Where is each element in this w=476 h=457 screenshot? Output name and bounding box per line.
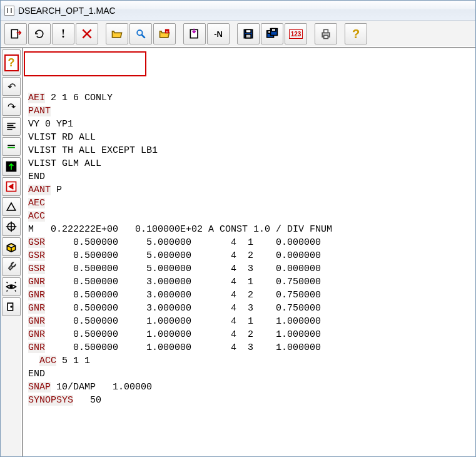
content-area: ?↶↷ AEI 2 1 6 CONLYPANTVY 0 YP1VLIST RD … [1,48,475,456]
code-line[interactable]: AEI 2 1 6 CONLY [28,91,470,105]
search-icon[interactable] [129,23,152,44]
code-line[interactable]: GNR 0.500000 3.000000 4 1 0.750000 [28,275,470,289]
code-line[interactable]: VLIST GLM ALL [28,157,470,170]
code-line[interactable]: ACC 5 1 1 [28,354,470,367]
code-line[interactable]: AEC [28,197,470,210]
svg-rect-5 [246,34,251,38]
code-line[interactable]: VLIST RD ALL [28,131,470,144]
up-arrow-icon[interactable] [2,157,21,176]
back-icon[interactable] [2,177,21,196]
export-icon[interactable] [4,23,27,44]
svg-rect-12 [324,36,328,39]
code-line[interactable]: GSR 0.500000 5.000000 4 1 0.000000 [28,236,470,249]
code-line[interactable]: PANT [28,105,470,118]
box-icon[interactable] [2,237,21,256]
code-line[interactable]: SNAP 10/DAMP 1.00000 [28,381,470,394]
save-icon[interactable] [237,23,260,44]
import-icon[interactable] [183,23,206,44]
code-line[interactable]: END [28,367,470,381]
delta-icon[interactable] [2,197,21,216]
app-window: DSEARCH_OPT_1.MAC !-N123? ?↶↷ AEI 2 1 6 … [0,0,476,457]
code-line[interactable]: VY 0 YP1 [28,118,470,131]
undo-icon[interactable]: ↶ [2,77,21,96]
svg-point-16 [10,285,12,287]
code-line[interactable]: GSR 0.500000 5.000000 4 2 0.000000 [28,249,470,262]
main-toolbar: !-N123? [1,21,475,48]
code-line[interactable]: M 0.222222E+00 0.100000E+02 A CONST 1.0 … [28,223,470,236]
dash-n-icon[interactable]: -N [207,23,230,44]
svg-point-18 [11,306,12,307]
code-line[interactable]: AANT P [28,183,470,197]
app-icon [4,6,14,16]
code-line[interactable]: GNR 0.500000 3.000000 4 3 0.750000 [28,302,470,315]
code-line[interactable]: GNR 0.500000 3.000000 4 2 0.750000 [28,289,470,302]
wrench-icon[interactable] [2,257,21,276]
delete-icon[interactable] [76,23,98,44]
side-toolbar: ?↶↷ [1,48,23,456]
code-line[interactable]: VLIST TH ALL EXCEPT LB1 [28,144,470,157]
code-line[interactable]: END [28,170,470,183]
code-line[interactable]: GSR 0.500000 5.000000 4 3 0.000000 [28,262,470,275]
svg-rect-9 [271,29,276,31]
code-line[interactable]: SYNOPSYS 50 [28,394,470,407]
exclaim-icon[interactable]: ! [52,23,74,44]
redo-icon[interactable]: ↷ [2,97,21,116]
code-line[interactable]: GNR 0.500000 1.000000 4 2 1.000000 [28,328,470,341]
refresh-icon[interactable] [28,23,51,44]
print-icon[interactable] [315,23,337,44]
exit-icon[interactable] [2,297,21,316]
saveas-icon[interactable] [261,23,283,44]
number-icon[interactable]: 123 [285,23,307,44]
code-line[interactable]: GNR 0.500000 1.000000 4 1 1.000000 [28,315,470,328]
mail-icon[interactable] [153,23,176,44]
code-line[interactable]: GNR 0.500000 1.000000 4 3 1.000000 [28,341,470,354]
align-icon[interactable] [2,117,21,136]
code-line[interactable]: ACC [28,210,470,223]
help-icon[interactable]: ? [345,23,367,44]
svg-rect-0 [11,29,18,38]
title-bar[interactable]: DSEARCH_OPT_1.MAC [1,1,475,21]
highlight-box [24,51,146,76]
target-icon[interactable] [2,217,21,236]
eye-icon[interactable] [2,277,21,296]
equals-icon[interactable] [2,137,21,156]
window-title: DSEARCH_OPT_1.MAC [18,6,116,16]
context-help-icon[interactable]: ? [2,49,21,76]
svg-rect-4 [246,29,251,33]
svg-rect-11 [324,29,328,33]
open-icon[interactable] [106,23,128,44]
code-editor[interactable]: AEI 2 1 6 CONLYPANTVY 0 YP1VLIST RD ALLV… [23,48,475,456]
svg-point-1 [137,30,142,35]
